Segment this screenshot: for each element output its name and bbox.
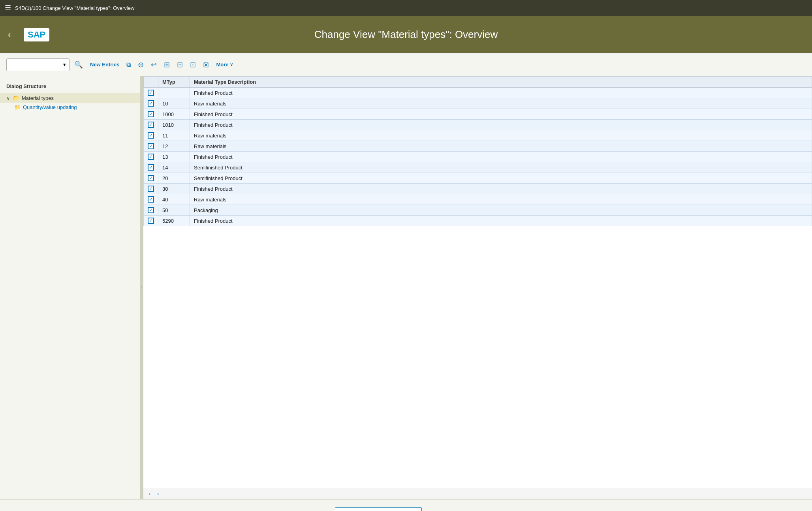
table-cell-check[interactable]: ✓ xyxy=(144,120,158,130)
table-cell-check[interactable]: ✓ xyxy=(144,184,158,194)
more-label: More xyxy=(216,62,228,68)
checkbox[interactable]: ✓ xyxy=(148,132,154,139)
table-cell-check[interactable]: ✓ xyxy=(144,88,158,98)
table-cell-check[interactable]: ✓ xyxy=(144,173,158,184)
deselect-button[interactable]: ⊟ xyxy=(175,59,185,71)
col-check xyxy=(144,77,158,88)
checkbox[interactable]: ✓ xyxy=(148,154,154,160)
export-icon: ⊠ xyxy=(203,60,209,69)
table-cell-description: Finished Product xyxy=(190,120,812,130)
table-row[interactable]: ✓5290Finished Product xyxy=(144,216,812,226)
folder-icon: 📁 xyxy=(13,95,19,101)
select-all-icon: ⊞ xyxy=(164,60,170,69)
checkbox[interactable]: ✓ xyxy=(148,175,154,181)
checkbox[interactable]: ✓ xyxy=(148,111,154,117)
table-cell-check[interactable]: ✓ xyxy=(144,98,158,109)
sidebar-sub-item-label: Quantity/value updating xyxy=(23,104,77,110)
checkbox[interactable]: ✓ xyxy=(148,90,154,96)
more-button[interactable]: More ∨ xyxy=(214,60,235,69)
export-button[interactable]: ⊠ xyxy=(201,59,211,71)
checkbox[interactable]: ✓ xyxy=(148,196,154,203)
table-cell-mtyp: 1000 xyxy=(158,109,190,120)
table-cell-description: Semifinished Product xyxy=(190,173,812,184)
table-cell-check[interactable]: ✓ xyxy=(144,109,158,120)
search-button[interactable]: 🔍 xyxy=(72,59,85,71)
chevron-down-icon: ▾ xyxy=(63,62,66,68)
table-cell-description: Finished Product xyxy=(190,109,812,120)
table-row[interactable]: ✓40Raw materials xyxy=(144,194,812,205)
sidebar: Dialog Structure ∨ 📁 Material types 📁 Qu… xyxy=(0,76,140,499)
checkbox[interactable]: ✓ xyxy=(148,164,154,171)
table-area: MTyp Material Type Description ✓Finished… xyxy=(143,76,812,499)
checkbox[interactable]: ✓ xyxy=(148,218,154,224)
sidebar-item-label-material-types: Material types xyxy=(22,95,54,101)
table-cell-description: Raw materials xyxy=(190,98,812,109)
header-bar: ‹ SAP Change View "Material types": Over… xyxy=(0,16,812,53)
table-cell-mtyp: 30 xyxy=(158,184,190,194)
table-cell-check[interactable]: ✓ xyxy=(144,162,158,173)
scroll-left-button[interactable]: ‹ xyxy=(147,490,152,498)
table-row[interactable]: ✓20Semifinished Product xyxy=(144,173,812,184)
checkbox[interactable]: ✓ xyxy=(148,122,154,128)
table-row[interactable]: ✓Finished Product xyxy=(144,88,812,98)
checkbox[interactable]: ✓ xyxy=(148,100,154,107)
resize-handle[interactable]: ⋮ xyxy=(140,76,143,499)
table-row[interactable]: ✓10Raw materials xyxy=(144,98,812,109)
system-info-label: S4D(1)/100 Change View "Material types":… xyxy=(15,5,134,11)
checkbox[interactable]: ✓ xyxy=(148,207,154,213)
table-cell-check[interactable]: ✓ xyxy=(144,205,158,216)
table-cell-mtyp: 11 xyxy=(158,130,190,141)
table-cell-check[interactable]: ✓ xyxy=(144,152,158,162)
table-cell-description: Finished Product xyxy=(190,88,812,98)
table-cell-check[interactable]: ✓ xyxy=(144,141,158,152)
title-bar: ☰ S4D(1)/100 Change View "Material types… xyxy=(0,0,812,16)
table-row[interactable]: ✓13Finished Product xyxy=(144,152,812,162)
search-icon: 🔍 xyxy=(74,60,83,69)
table-cell-check[interactable]: ✓ xyxy=(144,216,158,226)
table-cell-mtyp xyxy=(158,88,190,98)
undo-button[interactable]: ↩ xyxy=(148,59,159,71)
table-row[interactable]: ✓1000Finished Product xyxy=(144,109,812,120)
table-row[interactable]: ✓12Raw materials xyxy=(144,141,812,152)
table-row[interactable]: ✓11Raw materials xyxy=(144,130,812,141)
table-cell-description: Finished Product xyxy=(190,184,812,194)
table-row[interactable]: ✓1010Finished Product xyxy=(144,120,812,130)
table-cell-check[interactable]: ✓ xyxy=(144,194,158,205)
table-cell-check[interactable]: ✓ xyxy=(144,130,158,141)
col-description[interactable]: Material Type Description xyxy=(190,77,812,88)
back-button[interactable]: ‹ xyxy=(8,30,11,40)
toolbar: ▾ 🔍 New Entries ⧉ ⊖ ↩ ⊞ ⊟ ⊡ ⊠ More ∨ xyxy=(0,53,812,76)
table-cell-mtyp: 5290 xyxy=(158,216,190,226)
main-content: Dialog Structure ∨ 📁 Material types 📁 Qu… xyxy=(0,76,812,499)
col-mtyp[interactable]: MTyp xyxy=(158,77,190,88)
scroll-right-button[interactable]: › xyxy=(156,490,161,498)
sidebar-item-qty-value[interactable]: 📁 Quantity/value updating xyxy=(0,103,140,112)
expand-icon: ∨ xyxy=(6,95,10,101)
copy-icon: ⧉ xyxy=(126,61,131,68)
table-cell-description: Semifinished Product xyxy=(190,162,812,173)
checkbox[interactable]: ✓ xyxy=(148,143,154,149)
sidebar-item-material-types[interactable]: ∨ 📁 Material types xyxy=(0,93,140,103)
position-button[interactable]: ⊞ Position... xyxy=(335,507,422,511)
bottom-bar: ⊞ Position... Entry 1 of 277 xyxy=(0,499,812,511)
new-entries-button[interactable]: New Entries xyxy=(88,60,122,69)
checkbox[interactable]: ✓ xyxy=(148,186,154,192)
table-cell-mtyp: 14 xyxy=(158,162,190,173)
table-cell-mtyp: 50 xyxy=(158,205,190,216)
select-all-button[interactable]: ⊞ xyxy=(162,59,172,71)
table-row[interactable]: ✓30Finished Product xyxy=(144,184,812,194)
table-cell-description: Finished Product xyxy=(190,152,812,162)
copy-button[interactable]: ⧉ xyxy=(124,60,133,70)
delete-button[interactable]: ⊖ xyxy=(135,59,146,71)
hamburger-icon[interactable]: ☰ xyxy=(5,4,11,12)
table-cell-mtyp: 20 xyxy=(158,173,190,184)
grid-button[interactable]: ⊡ xyxy=(188,59,198,71)
table-wrapper[interactable]: MTyp Material Type Description ✓Finished… xyxy=(143,76,812,488)
table-cell-description: Finished Product xyxy=(190,216,812,226)
table-header-row: MTyp Material Type Description xyxy=(144,77,812,88)
toolbar-dropdown[interactable]: ▾ xyxy=(6,58,70,71)
more-chevron-icon: ∨ xyxy=(230,62,233,67)
table-row[interactable]: ✓14Semifinished Product xyxy=(144,162,812,173)
table-row[interactable]: ✓50Packaging xyxy=(144,205,812,216)
delete-icon: ⊖ xyxy=(138,60,144,69)
